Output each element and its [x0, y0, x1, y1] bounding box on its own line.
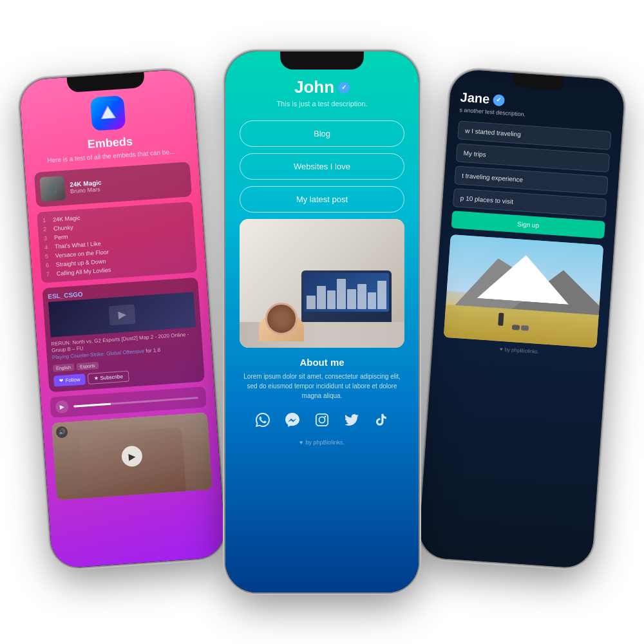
bar-4 — [337, 279, 346, 309]
bar-5 — [347, 289, 356, 309]
post-image — [240, 219, 404, 348]
bar-2 — [317, 286, 326, 309]
phone-center-screen: John ✓ This is just a test description. … — [225, 52, 419, 592]
video-overlay[interactable]: ▶ — [52, 412, 213, 500]
right-name-text: Jane — [460, 90, 490, 107]
phone-center-notch — [280, 52, 364, 70]
affinity-logo — [90, 95, 126, 131]
bar-3 — [327, 290, 336, 309]
coffee-scene — [240, 219, 404, 348]
video-play-button[interactable]: ▶ — [121, 446, 143, 468]
svg-rect-0 — [316, 414, 328, 426]
twitter-icon[interactable] — [343, 411, 361, 429]
link-button-blog[interactable]: Blog — [240, 120, 404, 147]
tiktok-icon[interactable] — [372, 411, 390, 429]
bar-1 — [307, 296, 316, 309]
mountain-dog-1 — [512, 325, 520, 330]
music-card: 🎵 24K Magic Bruno Mars — [34, 162, 192, 207]
bar-8 — [377, 281, 386, 309]
center-content: John ✓ This is just a test description. … — [225, 52, 419, 456]
play-button[interactable]: ▶ — [55, 400, 69, 413]
mountain-image — [444, 234, 604, 348]
link-button-latest-post[interactable]: My latest post — [240, 186, 404, 213]
center-name-container: John ✓ — [294, 77, 350, 97]
link-button-websites[interactable]: Websites I love — [240, 153, 404, 180]
phone-right: Jane ✓ s another test description. w I s… — [418, 69, 625, 569]
social-icons — [254, 411, 390, 429]
tag-esports: Esports — [77, 362, 99, 370]
esports-thumbnail: ▶ — [48, 292, 196, 337]
chart-bars — [304, 273, 389, 312]
tag-english: English — [53, 364, 75, 372]
right-content: Jane ✓ s another test description. w I s… — [432, 69, 625, 366]
music-info: 24K Magic Bruno Mars — [70, 173, 186, 194]
coffee-cup — [265, 303, 298, 335]
right-verified-badge: ✓ — [493, 94, 505, 106]
whatsapp-icon[interactable] — [254, 411, 272, 429]
center-description: This is just a test description. — [276, 100, 367, 108]
bar-6 — [357, 284, 366, 309]
esports-card: ESL_CSGO ▶ RERUN: North vs. G2 Esports [… — [42, 278, 205, 393]
footer-label: by phpBiolinks. — [305, 439, 345, 446]
center-footer: ♥ by phpBiolinks. — [299, 439, 345, 446]
phone-left: Embeds Here is a test of all the embeds … — [19, 69, 226, 569]
laptop-shape — [301, 270, 392, 328]
about-title: About me — [299, 357, 344, 368]
phone-right-screen: Jane ✓ s another test description. w I s… — [418, 69, 625, 569]
verified-badge: ✓ — [338, 82, 350, 93]
laptop-screen — [304, 273, 389, 312]
phone-left-screen: Embeds Here is a test of all the embeds … — [19, 69, 226, 569]
track-list: 124K Magic 2Chunky 3Perm 4That's What I … — [37, 202, 197, 283]
about-text: Lorem ipsum dolor sit amet, consectetur … — [240, 372, 404, 401]
right-footer-label: by phpBiolinks. — [504, 346, 539, 355]
instagram-icon[interactable] — [313, 411, 331, 429]
svg-point-1 — [319, 417, 325, 422]
center-name-text: John — [294, 77, 334, 97]
phone-center: John ✓ This is just a test description. … — [225, 52, 419, 592]
messenger-icon[interactable] — [283, 411, 301, 429]
scene: Embeds Here is a test of all the embeds … — [0, 0, 644, 644]
right-footer-heart: ♥ — [500, 346, 503, 352]
mountain-dog-2 — [521, 325, 529, 331]
subscribe-button[interactable]: ★ Subscribe — [88, 371, 129, 384]
follow-button[interactable]: ❤ Follow — [53, 374, 86, 386]
svg-point-2 — [325, 416, 327, 418]
footer-heart: ♥ — [299, 439, 303, 446]
bar-7 — [368, 292, 377, 309]
video-card: 🔊 ▶ — [52, 412, 213, 500]
music-thumbnail: 🎵 — [39, 176, 66, 202]
phone-left-content: Embeds Here is a test of all the embeds … — [19, 69, 222, 507]
